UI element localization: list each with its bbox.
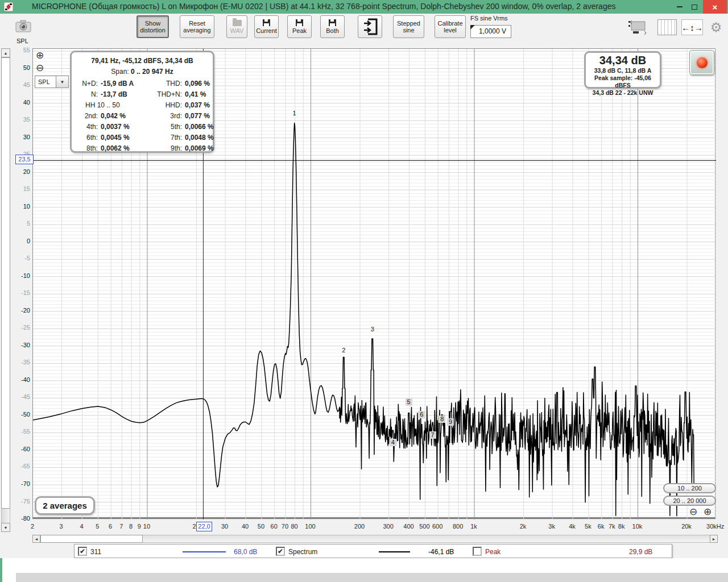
- y-scale-dropdown[interactable]: SPL ▼: [35, 76, 69, 88]
- series-peak-checkbox[interactable]: [473, 547, 482, 556]
- x-tick-label: 400: [403, 523, 413, 530]
- vertical-scroll-thumb[interactable]: [1, 57, 10, 509]
- y-tick-label: 20: [11, 168, 30, 175]
- x-tick-label: 600: [432, 523, 442, 530]
- info-row-value: -13,7 dB: [98, 89, 139, 100]
- window-border-sliver: [0, 558, 2, 582]
- chevron-down-icon[interactable]: ▼: [56, 76, 69, 88]
- harmonic-label-7: 7: [429, 431, 436, 439]
- signal-io-button[interactable]: [358, 15, 382, 38]
- x-tick-label: 6: [109, 523, 112, 530]
- level-main-value: 34,34 dB: [586, 54, 660, 67]
- harmonic-label-9: 9: [447, 418, 454, 426]
- fs-sine-vrms-input[interactable]: 1,0000 V: [470, 25, 511, 38]
- show-distortion-label: Show distortion: [139, 20, 167, 34]
- reset-averaging-label: Reset averaging: [181, 20, 213, 34]
- info-row-value: 0,096 %: [182, 78, 214, 89]
- calibrate-level-button[interactable]: Calibrate level: [435, 15, 466, 38]
- range-20-20000-button[interactable]: 20 .. 20 000: [663, 496, 716, 506]
- info-row-label: HH 10 .. 50: [72, 100, 139, 111]
- series-311-line-sample: [183, 551, 226, 552]
- y-axis-unit-label: SPL: [16, 38, 28, 44]
- y-tick-label: 55: [11, 47, 30, 53]
- zoom-in-y-button[interactable]: ⊕: [36, 51, 44, 60]
- spectrum-plot[interactable]: ⊕ ⊖ SPL ▼ 79,41 Hz, -45,12 dBFS, 34,34 d…: [32, 48, 715, 519]
- fit-window-icon[interactable]: [627, 20, 649, 35]
- series-311-checkbox[interactable]: ✔: [78, 547, 87, 556]
- info-row-label: N:: [72, 89, 98, 100]
- y-tick-label: -50: [11, 411, 30, 418]
- horizontal-scrollbar[interactable]: ◄ ►: [32, 535, 718, 543]
- info-row-label: 6th:: [72, 132, 98, 143]
- y-tick-label: -20: [11, 307, 30, 314]
- vertical-scrollbar[interactable]: ▲ ▼: [1, 48, 10, 532]
- x-tick-label: 6k: [598, 523, 605, 530]
- settings-gear-icon[interactable]: ⚙: [708, 19, 725, 35]
- x-tick-label: 30: [221, 523, 228, 530]
- info-row-value: 0,0066 %: [182, 122, 214, 132]
- info-row-label: 5th:: [139, 122, 182, 132]
- x-tick-label: 40: [242, 523, 249, 530]
- x-tick-label: 30kHz: [706, 523, 724, 530]
- maximize-icon: [692, 5, 697, 10]
- record-button[interactable]: [689, 50, 714, 75]
- input-corner-marker: [470, 25, 475, 30]
- info-row-value: 0,0069 %: [182, 143, 214, 154]
- span-label: Span:: [111, 68, 129, 76]
- maximize-button[interactable]: [687, 0, 702, 14]
- range-10-200-button[interactable]: 10 .. 200: [663, 483, 716, 493]
- minimize-icon: [677, 6, 682, 7]
- x-cursor-value[interactable]: 22,0: [196, 522, 212, 531]
- reset-averaging-button[interactable]: Reset averaging: [180, 15, 214, 38]
- save-peak-button[interactable]: Peak: [287, 15, 312, 38]
- zoom-out-y-button[interactable]: ⊖: [36, 63, 44, 73]
- series-spectrum-checkbox[interactable]: ✔: [276, 547, 285, 556]
- zoom-out-x-button[interactable]: ⊖: [689, 507, 697, 517]
- info-row-value: 0,037 %: [182, 100, 214, 111]
- info-row-value: 0,41 %: [182, 89, 214, 100]
- scroll-right-button[interactable]: ►: [710, 535, 718, 543]
- x-tick-label: 2k: [520, 523, 527, 530]
- fs-sine-vrms-label: FS sine Vrms: [470, 15, 508, 22]
- y-tick-label: -35: [11, 359, 30, 365]
- harmonic-label-2: 2: [342, 347, 345, 354]
- pan-arrows-icon[interactable]: ←↕→: [681, 19, 703, 35]
- y-tick-label: -45: [11, 393, 30, 400]
- screenshot-camera-icon[interactable]: [15, 18, 32, 34]
- x-tick-label: 800: [453, 523, 463, 530]
- save-wav-button[interactable]: WAV: [226, 15, 247, 38]
- info-row-label: N+D:: [72, 78, 98, 89]
- series-peak-value: 29,9 dB: [629, 548, 652, 556]
- cursor-readout: 79,41 Hz, -45,12 dBFS, 34,34 dB: [72, 57, 213, 68]
- horizontal-scroll-thumb[interactable]: [40, 535, 143, 543]
- show-distortion-button[interactable]: Show distortion: [136, 15, 169, 38]
- span-value: 0 .. 20 947 Hz: [131, 68, 173, 76]
- harmonic-label-4: 4: [390, 439, 396, 446]
- harmonic-label-8: 8: [439, 415, 445, 423]
- bands-display-icon[interactable]: [657, 19, 677, 35]
- level-band: 34,3 dB 22 - 22k UNW: [586, 89, 660, 97]
- level-readout-box: 34,34 dB 33,8 dB C, 11,8 dB A Peak sampl…: [584, 51, 661, 89]
- x-tick-label: 20k: [681, 523, 692, 530]
- x-tick-label: 3k: [548, 523, 555, 530]
- app-icon[interactable]: [3, 2, 14, 12]
- zoom-in-x-button[interactable]: ⊕: [704, 507, 712, 517]
- stepped-sine-button[interactable]: Stepped sine: [393, 15, 424, 38]
- legend-bar: ✔ 311 68,0 dB ✔ Spectrum -46,1 dB Peak 2…: [74, 544, 672, 558]
- minimize-button[interactable]: [672, 0, 687, 14]
- scroll-down-button[interactable]: ▼: [1, 523, 10, 532]
- distortion-table: N+D:-15,9 dB ATHD:0,096 %N:-13,7 dBTHD+N…: [72, 78, 213, 154]
- y-tick-label: 10: [11, 203, 30, 210]
- x-tick-label: 7: [119, 523, 123, 530]
- y-tick-label: -75: [11, 498, 30, 505]
- y-cursor-value[interactable]: 23,5: [15, 155, 34, 164]
- save-both-button[interactable]: Both: [320, 15, 345, 38]
- series-peak-label: Peak: [485, 548, 500, 556]
- x-tick-label: 5: [96, 523, 99, 530]
- close-button[interactable]: ×: [703, 0, 727, 14]
- save-current-button[interactable]: Current: [254, 15, 279, 38]
- scroll-left-button[interactable]: ◄: [32, 535, 40, 543]
- y-tick-label: 30: [11, 134, 30, 140]
- scroll-up-button[interactable]: ▲: [1, 48, 10, 57]
- series-311-label: 311: [90, 548, 101, 556]
